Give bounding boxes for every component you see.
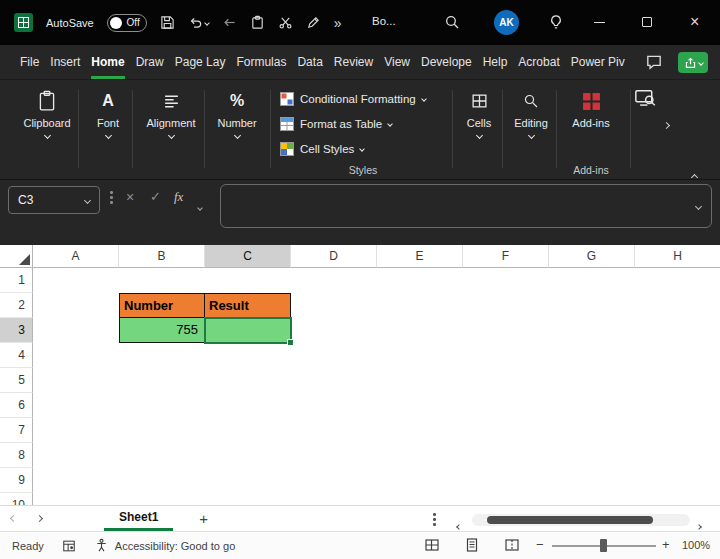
cell[interactable] (33, 443, 119, 468)
cell[interactable] (377, 343, 463, 368)
cell[interactable] (291, 318, 377, 343)
column-header-D[interactable]: D (291, 245, 377, 268)
cell[interactable] (291, 443, 377, 468)
cell[interactable] (377, 393, 463, 418)
cell[interactable] (635, 343, 720, 368)
tab-draw[interactable]: Draw (136, 45, 164, 79)
cell[interactable] (33, 343, 119, 368)
sheet-nav-right-button[interactable] (26, 516, 52, 521)
column-header-H[interactable]: H (635, 245, 720, 268)
cell[interactable] (205, 468, 291, 493)
quick-access-overflow-button[interactable]: » (334, 15, 342, 31)
tab-acrobat[interactable]: Acrobat (518, 45, 559, 79)
cell[interactable] (463, 493, 549, 505)
cell[interactable] (119, 493, 205, 505)
cell[interactable] (119, 418, 205, 443)
cell[interactable] (635, 368, 720, 393)
conditional-formatting-button[interactable]: Conditional Formatting (280, 86, 446, 111)
tab-formulas[interactable]: Formulas (236, 45, 286, 79)
cell-C2[interactable]: Result (205, 293, 291, 318)
cell[interactable] (549, 443, 635, 468)
cell[interactable] (377, 293, 463, 318)
tab-page-layout[interactable]: Page Lay (175, 45, 226, 79)
cell[interactable] (205, 368, 291, 393)
analyze-data-button[interactable] (634, 88, 656, 108)
cell[interactable] (291, 268, 377, 293)
cell[interactable] (33, 293, 119, 318)
format-as-table-button[interactable]: Format as Table (280, 111, 446, 136)
cell[interactable] (205, 493, 291, 505)
cells-group-button[interactable]: Cells (458, 89, 500, 138)
row-header-10[interactable]: 10 (0, 493, 33, 505)
cell[interactable] (463, 468, 549, 493)
cell[interactable] (549, 343, 635, 368)
cell[interactable] (33, 368, 119, 393)
column-header-F[interactable]: F (463, 245, 549, 268)
cell[interactable] (119, 368, 205, 393)
sheet-tab-sheet1[interactable]: Sheet1 (104, 506, 173, 531)
cell[interactable] (463, 418, 549, 443)
cell[interactable] (635, 393, 720, 418)
number-group-button[interactable]: % Number (210, 89, 264, 138)
cell[interactable] (33, 468, 119, 493)
cell[interactable] (205, 268, 291, 293)
name-box[interactable]: C3 (8, 186, 100, 214)
cell[interactable] (549, 468, 635, 493)
redo-button[interactable] (222, 15, 237, 30)
horizontal-scrollbar[interactable] (472, 514, 690, 526)
close-button[interactable]: × (690, 11, 699, 33)
tips-button[interactable] (548, 14, 564, 30)
cell[interactable] (291, 493, 377, 505)
cell[interactable] (33, 318, 119, 343)
cell[interactable] (377, 268, 463, 293)
cell[interactable] (377, 418, 463, 443)
cell[interactable] (205, 343, 291, 368)
zoom-out-button[interactable]: − (536, 537, 544, 552)
new-sheet-button[interactable]: + (199, 510, 208, 527)
cell[interactable] (377, 443, 463, 468)
column-header-C[interactable]: C (205, 245, 291, 268)
row-header-5[interactable]: 5 (0, 368, 33, 393)
cut-button[interactable] (278, 15, 293, 30)
insert-function-button[interactable]: fx (174, 189, 183, 205)
column-header-E[interactable]: E (377, 245, 463, 268)
search-button[interactable] (444, 14, 460, 30)
cell[interactable] (291, 293, 377, 318)
paste-button[interactable] (250, 15, 265, 30)
cell[interactable] (635, 318, 720, 343)
tab-view[interactable]: View (384, 45, 410, 79)
cell[interactable] (291, 468, 377, 493)
account-avatar[interactable]: AK (494, 10, 519, 35)
cell-styles-button[interactable]: Cell Styles (280, 136, 446, 161)
horizontal-scrollbar-thumb[interactable] (487, 516, 653, 524)
comments-button[interactable] (645, 53, 663, 71)
tab-power-pivot[interactable]: Power Piv (571, 45, 625, 79)
cell[interactable] (549, 493, 635, 505)
select-all-corner[interactable] (0, 245, 33, 268)
cell[interactable] (463, 368, 549, 393)
alignment-group-button[interactable]: Alignment (140, 89, 202, 138)
cell[interactable] (463, 318, 549, 343)
normal-view-button[interactable] (424, 537, 440, 553)
cell[interactable] (291, 368, 377, 393)
cell[interactable] (33, 418, 119, 443)
tab-bar-options-icon[interactable] (433, 513, 436, 526)
cell[interactable] (205, 443, 291, 468)
cell[interactable] (549, 318, 635, 343)
cell-C3-selected[interactable] (205, 318, 291, 343)
column-header-G[interactable]: G (549, 245, 635, 268)
maximize-button[interactable] (642, 17, 652, 27)
cell[interactable] (549, 418, 635, 443)
zoom-slider-thumb[interactable] (600, 539, 607, 552)
tab-home[interactable]: Home (91, 45, 124, 79)
cell[interactable] (635, 268, 720, 293)
hscroll-left-arrow[interactable] (457, 515, 461, 533)
cell[interactable] (205, 393, 291, 418)
row-header-3[interactable]: 3 (0, 318, 33, 343)
cell[interactable] (635, 468, 720, 493)
cell-B2[interactable]: Number (119, 293, 205, 318)
cell[interactable] (377, 318, 463, 343)
cell[interactable] (635, 493, 720, 505)
share-button[interactable] (678, 52, 708, 73)
font-group-button[interactable]: A Font (86, 89, 130, 138)
